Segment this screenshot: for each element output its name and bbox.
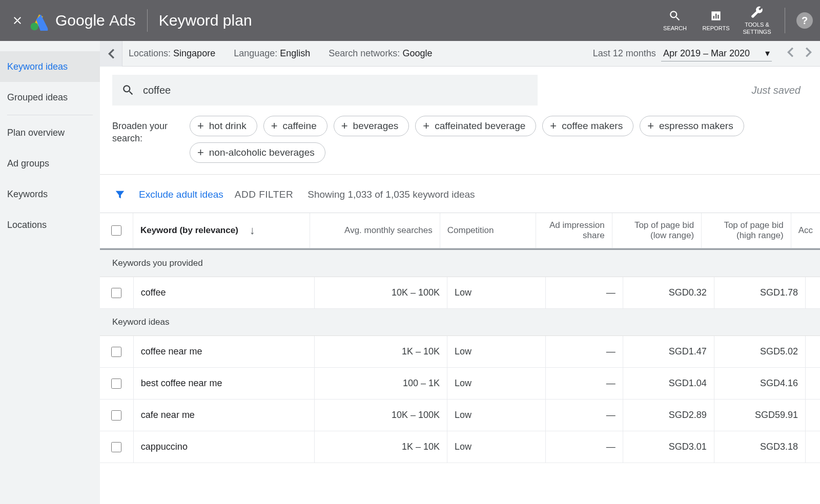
cell-account bbox=[806, 400, 820, 431]
plus-icon: + bbox=[341, 121, 348, 131]
cell-impression: — bbox=[546, 431, 623, 463]
plus-icon: + bbox=[271, 121, 278, 131]
broaden-chip[interactable]: +caffeinated beverage bbox=[415, 116, 536, 136]
cell-competition: Low bbox=[447, 336, 546, 367]
context-networks[interactable]: Search networks: Google bbox=[329, 48, 432, 59]
search-input[interactable]: coffee bbox=[112, 75, 538, 106]
context-language[interactable]: Language: English bbox=[234, 48, 310, 59]
sidebar-item-keyword-ideas[interactable]: Keyword ideas bbox=[0, 51, 100, 82]
sidebar-item-keywords[interactable]: Keywords bbox=[0, 179, 100, 209]
svg-point-0 bbox=[31, 23, 38, 30]
broaden-chip[interactable]: +hot drink bbox=[190, 116, 257, 136]
section-provided: Keywords you provided bbox=[100, 250, 820, 277]
results-count: Showing 1,033 of 1,035 keyword ideas bbox=[308, 189, 475, 200]
save-status: Just saved bbox=[751, 85, 808, 96]
cell-bid-low: SGD0.32 bbox=[623, 277, 714, 308]
svg-rect-1 bbox=[713, 16, 714, 18]
cell-bid-low: SGD1.47 bbox=[623, 336, 714, 367]
filter-icon[interactable] bbox=[114, 189, 126, 200]
broaden-chip[interactable]: +caffeine bbox=[263, 116, 327, 136]
plus-icon: + bbox=[197, 148, 204, 157]
sidebar-item-plan-overview[interactable]: Plan overview bbox=[0, 117, 100, 148]
main-content: Locations: Singapore Language: English S… bbox=[100, 41, 820, 504]
table-row: coffee10K – 100KLow—SGD0.32SGD1.78 bbox=[100, 277, 820, 309]
cell-avg: 10K – 100K bbox=[315, 400, 447, 431]
cell-impression: — bbox=[546, 400, 623, 431]
cell-account bbox=[806, 431, 820, 463]
row-checkbox[interactable] bbox=[111, 379, 121, 389]
chevron-left-icon bbox=[787, 47, 793, 57]
col-competition[interactable]: Competition bbox=[440, 213, 537, 248]
cell-impression: — bbox=[546, 336, 623, 367]
col-impression-share[interactable]: Ad impression share bbox=[536, 213, 612, 248]
row-checkbox[interactable] bbox=[111, 442, 121, 452]
tools-settings[interactable]: TOOLS & SETTINGS bbox=[736, 6, 777, 35]
row-checkbox[interactable] bbox=[111, 347, 121, 357]
col-keyword[interactable]: Keyword (by relevance)↓ bbox=[133, 213, 310, 248]
cell-bid-low: SGD2.89 bbox=[623, 400, 714, 431]
divider bbox=[7, 115, 93, 115]
reports-tool[interactable]: REPORTS bbox=[695, 9, 736, 32]
search-icon bbox=[668, 9, 682, 23]
chevron-left-icon bbox=[108, 49, 114, 59]
cell-competition: Low bbox=[447, 400, 546, 431]
plus-icon: + bbox=[423, 121, 429, 131]
col-account[interactable]: Acc bbox=[791, 213, 820, 248]
select-all-checkbox[interactable] bbox=[111, 225, 121, 236]
cell-bid-high: SGD5.02 bbox=[714, 336, 806, 367]
wrench-icon bbox=[750, 6, 764, 19]
col-avg-searches[interactable]: Avg. monthly searches bbox=[310, 213, 440, 248]
help-button[interactable]: ? bbox=[796, 12, 813, 29]
cell-competition: Low bbox=[447, 277, 546, 308]
app-header: Google Ads Keyword plan SEARCH REPORTS T… bbox=[0, 0, 820, 41]
cell-keyword: coffee bbox=[134, 277, 315, 308]
sidebar-item-grouped-ideas[interactable]: Grouped ideas bbox=[0, 82, 100, 113]
cell-bid-low: SGD3.01 bbox=[623, 431, 714, 463]
divider bbox=[785, 8, 785, 33]
prev-period-button[interactable] bbox=[787, 47, 793, 60]
table-row: cafe near me10K – 100KLow—SGD2.89SGD59.9… bbox=[100, 400, 820, 431]
cell-account bbox=[806, 336, 820, 367]
table-row: best coffee near me100 – 1KLow—SGD1.04SG… bbox=[100, 368, 820, 400]
search-tool[interactable]: SEARCH bbox=[654, 9, 695, 32]
col-bid-high[interactable]: Top of page bid (high range) bbox=[702, 213, 791, 248]
close-button[interactable] bbox=[7, 14, 28, 27]
broaden-chip[interactable]: +beverages bbox=[334, 116, 409, 136]
next-period-button[interactable] bbox=[806, 47, 812, 60]
cell-avg: 10K – 100K bbox=[315, 277, 447, 308]
cell-keyword: cappuccino bbox=[134, 431, 315, 463]
context-locations[interactable]: Locations: Singapore bbox=[129, 48, 215, 59]
exclude-adult-link[interactable]: Exclude adult ideas bbox=[139, 189, 223, 200]
table-row: cappuccino1K – 10KLow—SGD3.01SGD3.18 bbox=[100, 431, 820, 463]
sidebar-item-locations[interactable]: Locations bbox=[0, 209, 100, 240]
close-icon bbox=[11, 14, 24, 27]
date-range-picker[interactable]: Apr 2019 – Mar 2020 ▾ bbox=[661, 46, 772, 61]
table-header: Keyword (by relevance)↓ Avg. monthly sea… bbox=[100, 213, 820, 248]
broaden-chip[interactable]: +non-alcoholic beverages bbox=[190, 142, 325, 163]
page-title: Keyword plan bbox=[159, 12, 252, 29]
broaden-search: Broaden your search: +hot drink+caffeine… bbox=[100, 106, 820, 175]
cell-avg: 1K – 10K bbox=[315, 336, 447, 367]
section-ideas: Keyword ideas bbox=[100, 309, 820, 336]
cell-bid-high: SGD1.78 bbox=[714, 277, 806, 308]
col-bid-low[interactable]: Top of page bid (low range) bbox=[612, 213, 702, 248]
row-checkbox[interactable] bbox=[111, 288, 121, 298]
svg-rect-3 bbox=[717, 15, 719, 19]
broaden-chip[interactable]: +coffee makers bbox=[542, 116, 633, 136]
table-row: coffee near me1K – 10KLow—SGD1.47SGD5.02 bbox=[100, 336, 820, 368]
date-range-label: Last 12 months bbox=[593, 48, 656, 59]
row-checkbox[interactable] bbox=[111, 410, 121, 421]
sidebar-item-ad-groups[interactable]: Ad groups bbox=[0, 148, 100, 179]
plus-icon: + bbox=[550, 121, 557, 131]
svg-rect-2 bbox=[715, 14, 716, 19]
cell-account bbox=[806, 368, 820, 399]
search-icon bbox=[121, 83, 135, 97]
cell-avg: 100 – 1K bbox=[315, 368, 447, 399]
cell-bid-high: SGD4.16 bbox=[714, 368, 806, 399]
chevron-down-icon: ▾ bbox=[765, 48, 770, 59]
collapse-button[interactable] bbox=[100, 41, 122, 67]
add-filter-button[interactable]: ADD FILTER bbox=[235, 189, 293, 200]
cell-competition: Low bbox=[447, 431, 546, 463]
broaden-chip[interactable]: +espresso makers bbox=[640, 116, 744, 136]
cell-impression: — bbox=[546, 277, 623, 308]
